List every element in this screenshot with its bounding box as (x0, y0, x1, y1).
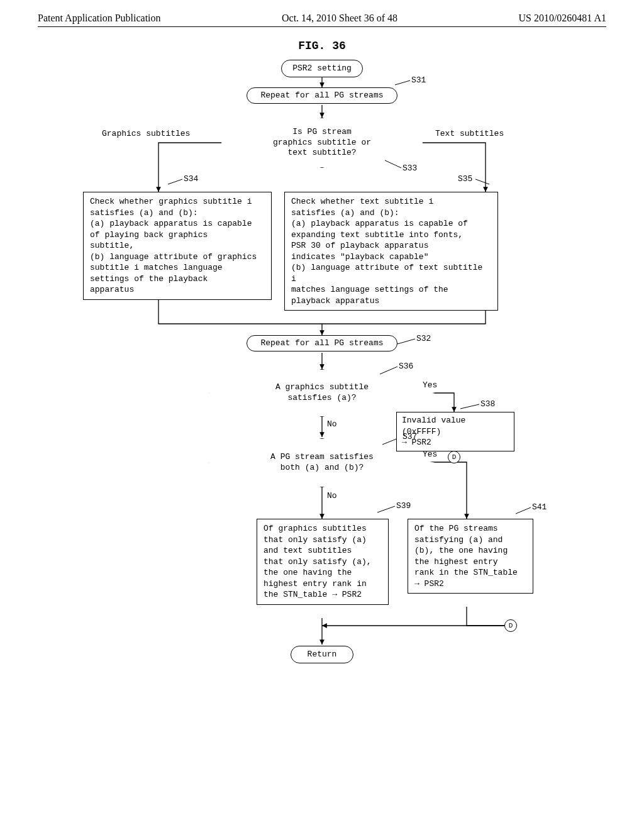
d3-no: No (327, 491, 337, 501)
step-s32: S32 (416, 334, 431, 343)
decision-stream-type: Is PG stream graphics subtitle or text s… (221, 118, 423, 168)
step-s35: S35 (458, 174, 472, 184)
header-right: US 2010/0260481 A1 (518, 13, 606, 24)
decision-d3-label: A PG stream satisfies both (a) and (b)? (265, 452, 379, 473)
page-header: Patent Application Publication Oct. 14, … (38, 13, 606, 27)
svg-line-16 (377, 506, 395, 512)
svg-line-4 (168, 179, 182, 184)
connector-d-top: D (448, 451, 460, 463)
decision-d1-label: Is PG stream graphics subtitle or text s… (268, 127, 376, 159)
d3-yes: Yes (423, 450, 437, 459)
decision-d2-label: A graphics subtitle satisfies (a)? (270, 382, 374, 404)
step-s34: S34 (184, 174, 198, 184)
loop-top: Repeat for all PG streams (247, 87, 397, 104)
svg-line-7 (397, 339, 415, 344)
decision-pg-ab: A PG stream satisfies both (a) and (b)? (209, 438, 435, 487)
step-s36: S36 (399, 362, 413, 371)
connector-d-bottom-label: D (509, 622, 513, 629)
connector-d-bottom: D (504, 619, 517, 632)
d2-yes: Yes (423, 380, 437, 390)
svg-line-3 (395, 80, 410, 85)
decision-graphics-a: A graphics subtitle satisfies (a)? (209, 369, 435, 417)
loop-bottom-label: Repeat for all PG streams (260, 338, 383, 348)
start-label: PSR2 setting (292, 64, 352, 73)
step-s38: S38 (480, 399, 495, 409)
header-center: Oct. 14, 2010 Sheet 36 of 48 (282, 13, 397, 24)
process-s39: Of graphics subtitles that only satisfy … (257, 519, 389, 605)
branch-text-subtitles: Text subtitles (435, 129, 504, 138)
step-s39: S39 (396, 501, 411, 511)
step-s33: S33 (402, 163, 417, 173)
step-s41: S41 (532, 502, 547, 512)
start-terminator: PSR2 setting (281, 60, 363, 77)
svg-line-14 (516, 507, 531, 514)
header-left: Patent Application Publication (38, 13, 161, 24)
figure-title: FIG. 36 (38, 40, 606, 52)
loop-bottom: Repeat for all PG streams (247, 335, 397, 351)
loop-top-label: Repeat for all PG streams (260, 91, 383, 100)
connector-d-top-label: D (452, 453, 457, 461)
step-s31: S31 (411, 75, 426, 85)
process-s35: Check whether text subtitle i satisfies … (284, 192, 498, 311)
return-label: Return (308, 650, 337, 659)
d2-no: No (327, 419, 337, 429)
return-terminator: Return (291, 646, 353, 663)
flowchart: PSR2 setting S31 Repeat for all PG strea… (83, 60, 561, 726)
step-s37: S37 (402, 432, 417, 441)
process-s34: Check whether graphics subtitle i satisf… (83, 192, 272, 300)
svg-line-10 (460, 404, 479, 409)
process-s41: Of the PG streams satisfying (a) and (b)… (408, 519, 533, 594)
branch-graphics-subtitles: Graphics subtitles (102, 129, 190, 138)
svg-line-5 (475, 179, 489, 184)
page: Patent Application Publication Oct. 14, … (0, 0, 644, 830)
